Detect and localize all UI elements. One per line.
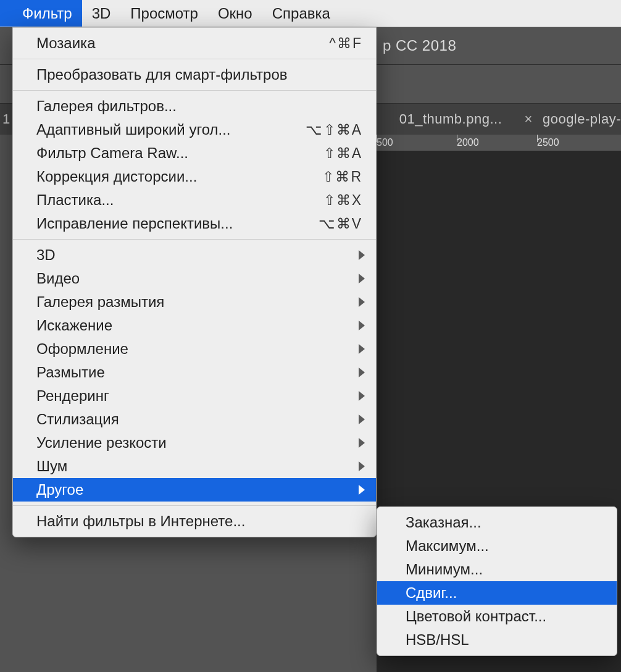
tab-close-icon[interactable]: × <box>515 111 543 127</box>
other-submenu: Заказная... Максимум... Минимум... Сдвиг… <box>377 506 617 656</box>
menu-label: Размытие <box>36 364 359 381</box>
menu-label: Рендеринг <box>36 387 359 405</box>
menu-label: Адаптивный широкий угол... <box>36 121 306 138</box>
submenu-item-offset[interactable]: Сдвиг... <box>377 581 617 605</box>
menu-item-blur-submenu[interactable]: Размытие <box>13 361 376 384</box>
menu-item-3d-submenu[interactable]: 3D <box>13 243 376 267</box>
menu-separator <box>13 90 376 91</box>
menu-item-other-submenu[interactable]: Другое <box>13 478 376 502</box>
menu-separator <box>13 59 376 59</box>
chevron-right-icon <box>359 321 365 330</box>
menu-item-sharpen-submenu[interactable]: Усиление резкости <box>13 431 376 455</box>
menubar: Фильтр 3D Просмотр Окно Справка <box>0 0 621 27</box>
menu-label: Максимум... <box>406 537 603 555</box>
menu-item-stylize-submenu[interactable]: Стилизация <box>13 408 376 431</box>
menu-label: Цветовой контраст... <box>406 608 603 625</box>
menu-item-render-submenu[interactable]: Рендеринг <box>13 384 376 408</box>
menu-label: Фильтр Camera Raw... <box>36 145 323 162</box>
tab-doc-google-play[interactable]: google-play- <box>543 111 621 127</box>
chevron-right-icon <box>359 438 365 448</box>
menu-item-liquify[interactable]: Пластика... ⇧⌘X <box>13 188 376 212</box>
menu-shortcut: ⌥⇧⌘A <box>306 122 362 138</box>
submenu-item-custom[interactable]: Заказная... <box>377 511 617 534</box>
menu-label: Заказная... <box>406 514 603 531</box>
chevron-right-icon <box>359 485 365 495</box>
menu-separator <box>13 239 376 240</box>
menu-label: Преобразовать для смарт-фильтров <box>36 66 362 83</box>
menu-label: Стилизация <box>36 411 359 428</box>
menu-item-distort-submenu[interactable]: Искажение <box>13 314 376 337</box>
menu-label: Минимум... <box>406 561 603 578</box>
menu-separator <box>13 505 376 506</box>
menu-label: Оформление <box>36 340 359 358</box>
menu-label: Видео <box>36 270 359 287</box>
ruler-horizontal: 500 2000 2500 <box>377 135 621 151</box>
menu-shortcut: ^⌘F <box>329 35 362 52</box>
chevron-right-icon <box>359 391 365 401</box>
menu-shortcut: ⇧⌘R <box>322 169 362 185</box>
menu-label: Галерея фильтров... <box>36 98 362 115</box>
menu-label: Найти фильтры в Интернете... <box>36 513 362 530</box>
menu-label: Галерея размытия <box>36 293 359 311</box>
menu-item-blur-gallery-submenu[interactable]: Галерея размытия <box>13 290 376 314</box>
menu-label: Пластика... <box>36 191 323 209</box>
submenu-item-minimum[interactable]: Минимум... <box>377 558 617 581</box>
menu-label: HSB/HSL <box>406 631 603 649</box>
submenu-item-high-pass[interactable]: Цветовой контраст... <box>377 605 617 628</box>
submenu-item-hsb-hsl[interactable]: HSB/HSL <box>377 628 617 652</box>
chevron-right-icon <box>359 250 365 260</box>
ruler-tick: 2500 <box>537 137 617 148</box>
chevron-right-icon <box>359 297 365 307</box>
menu-label: Другое <box>36 481 359 498</box>
menubar-item-filter[interactable]: Фильтр <box>0 0 82 27</box>
menu-label: Мозаика <box>36 35 329 52</box>
ruler-tick: 2000 <box>457 137 537 148</box>
menu-label: Исправление перспективы... <box>36 215 319 232</box>
menu-shortcut: ⌥⌘V <box>319 216 362 232</box>
menubar-item-3d[interactable]: 3D <box>82 0 121 27</box>
menubar-item-help[interactable]: Справка <box>262 0 340 27</box>
menu-label: Шум <box>36 458 359 475</box>
chevron-right-icon <box>359 274 365 284</box>
submenu-item-maximum[interactable]: Максимум... <box>377 534 617 558</box>
menu-label: 3D <box>36 246 359 264</box>
menu-item-camera-raw[interactable]: Фильтр Camera Raw... ⇧⌘A <box>13 141 376 165</box>
menu-label: Коррекция дисторсии... <box>36 168 322 185</box>
chevron-right-icon <box>359 368 365 377</box>
menu-item-convert-smart-filters[interactable]: Преобразовать для смарт-фильтров <box>13 63 376 86</box>
menu-item-adaptive-wide-angle[interactable]: Адаптивный широкий угол... ⌥⇧⌘A <box>13 118 376 141</box>
menu-item-lens-correction[interactable]: Коррекция дисторсии... ⇧⌘R <box>13 165 376 188</box>
menubar-item-window[interactable]: Окно <box>208 0 262 27</box>
filter-menu: Мозаика ^⌘F Преобразовать для смарт-филь… <box>12 27 377 537</box>
menu-item-noise-submenu[interactable]: Шум <box>13 455 376 478</box>
menu-item-pixelate-submenu[interactable]: Оформление <box>13 337 376 361</box>
menu-item-browse-filters-online[interactable]: Найти фильтры в Интернете... <box>13 510 376 533</box>
menu-label: Сдвиг... <box>406 584 603 602</box>
title-text: p CC 2018 <box>383 37 456 54</box>
ruler-tick: 500 <box>377 137 457 148</box>
menu-label: Усиление резкости <box>36 434 359 452</box>
menu-label: Искажение <box>36 317 359 334</box>
menu-item-filter-gallery[interactable]: Галерея фильтров... <box>13 94 376 118</box>
menubar-item-view[interactable]: Просмотр <box>120 0 208 27</box>
chevron-right-icon <box>359 344 365 354</box>
menu-item-vanishing-point[interactable]: Исправление перспективы... ⌥⌘V <box>13 212 376 235</box>
menu-item-last-filter[interactable]: Мозаика ^⌘F <box>13 32 376 55</box>
menu-item-video-submenu[interactable]: Видео <box>13 267 376 290</box>
menu-shortcut: ⇧⌘A <box>323 145 362 162</box>
chevron-right-icon <box>359 414 365 424</box>
chevron-right-icon <box>359 461 365 471</box>
menu-shortcut: ⇧⌘X <box>323 192 362 209</box>
